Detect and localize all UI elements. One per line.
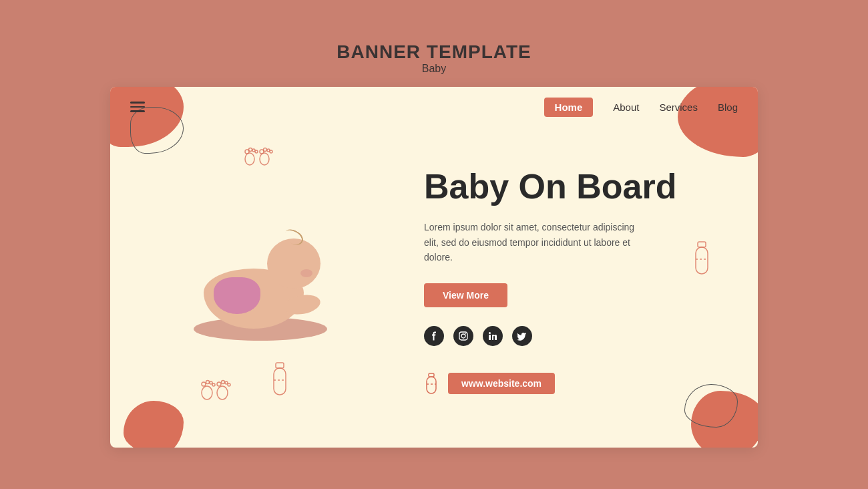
svg-point-11 [202, 382, 206, 386]
svg-point-9 [270, 150, 272, 153]
svg-point-0 [245, 153, 254, 165]
svg-point-16 [217, 382, 221, 386]
svg-rect-32 [427, 377, 436, 393]
instagram-icon[interactable] [453, 326, 473, 346]
banner-container: Home About Services Blog [110, 87, 758, 448]
svg-point-18 [225, 381, 228, 384]
svg-point-10 [202, 386, 212, 399]
view-more-button[interactable]: View More [424, 283, 507, 307]
footprint-top [240, 134, 274, 170]
website-footer: www.website.com [424, 373, 724, 394]
svg-point-5 [260, 153, 269, 165]
svg-point-27 [461, 334, 465, 338]
svg-rect-29 [489, 335, 491, 340]
svg-point-12 [206, 381, 210, 384]
website-badge[interactable]: www.website.com [448, 373, 555, 394]
svg-point-30 [489, 332, 491, 334]
twitter-icon[interactable] [512, 326, 532, 346]
svg-rect-23 [276, 363, 284, 368]
hero-description: Lorem ipsum dolor sit amet, consectetur … [424, 220, 651, 265]
svg-point-2 [249, 148, 252, 152]
svg-point-15 [217, 386, 228, 399]
svg-rect-26 [459, 332, 467, 340]
bottle-decoration-bottom [267, 361, 292, 401]
main-heading: Baby On Board [424, 167, 724, 207]
svg-point-7 [264, 148, 267, 152]
page-header: BANNER TEMPLATE Baby [337, 41, 531, 75]
linkedin-icon[interactable] [483, 326, 503, 346]
svg-point-4 [255, 150, 258, 153]
svg-rect-24 [274, 368, 286, 395]
svg-point-17 [222, 381, 225, 384]
social-icons [424, 326, 724, 346]
facebook-icon[interactable] [424, 326, 444, 346]
right-section: Baby On Board Lorem ipsum dolor sit amet… [404, 87, 758, 448]
baby-illustration [180, 214, 367, 347]
svg-point-19 [228, 383, 230, 386]
page-title: BANNER TEMPLATE [337, 41, 531, 63]
page-subtitle: Baby [337, 63, 531, 75]
svg-point-13 [210, 381, 212, 384]
svg-point-28 [465, 333, 467, 335]
footprint-bottom [197, 365, 234, 404]
svg-point-14 [212, 383, 215, 386]
